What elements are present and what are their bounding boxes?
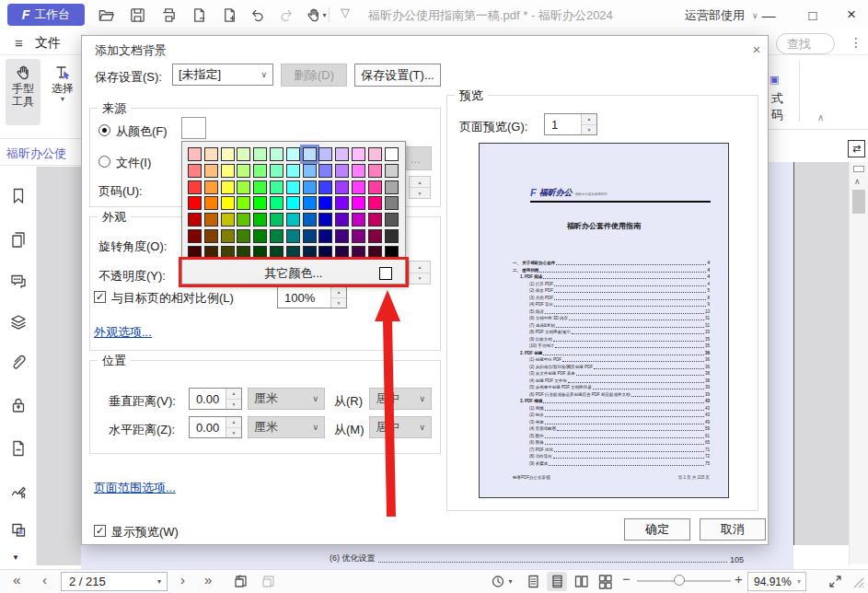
color-swatch[interactable] — [368, 213, 382, 227]
color-swatch[interactable] — [270, 147, 284, 161]
spin-up-icon[interactable]: ▲ — [582, 114, 596, 125]
scroll-up-icon[interactable]: ∧ — [854, 177, 861, 186]
zoom-slider-knob[interactable] — [674, 575, 685, 586]
facing-continuous-view-icon[interactable] — [595, 572, 615, 591]
color-swatch[interactable] — [352, 180, 365, 194]
color-swatch[interactable] — [270, 164, 284, 178]
destinations-icon[interactable] — [8, 438, 29, 459]
comments-icon[interactable] — [8, 271, 29, 291]
color-swatch[interactable] — [286, 164, 300, 178]
color-swatch[interactable] — [352, 147, 365, 161]
color-swatch[interactable] — [221, 229, 235, 243]
redo-icon[interactable] — [274, 4, 298, 26]
vertical-distance-input[interactable]: 0.00 ▲▼ — [189, 388, 242, 410]
color-swatch[interactable] — [352, 229, 365, 243]
color-swatch[interactable] — [237, 213, 250, 227]
maximize-button[interactable]: □ — [799, 4, 827, 26]
color-swatch[interactable] — [270, 180, 284, 194]
security-icon[interactable] — [8, 395, 29, 415]
color-swatch[interactable] — [385, 164, 399, 178]
color-swatch[interactable] — [204, 164, 218, 178]
from-color-radio[interactable] — [98, 124, 110, 136]
workspace-button[interactable]: F 工作台 — [7, 4, 85, 26]
color-swatch[interactable] — [221, 180, 235, 194]
color-swatch[interactable] — [188, 229, 202, 243]
color-well[interactable] — [181, 117, 206, 139]
save-settings-button[interactable]: 保存设置(T)... — [354, 64, 441, 87]
color-swatch[interactable] — [368, 196, 382, 210]
color-swatch[interactable] — [237, 196, 250, 210]
hand-tool-button[interactable]: 手型 工具 — [6, 59, 41, 125]
swap-panels-icon[interactable]: ⇄ — [848, 140, 865, 157]
spin-up-icon[interactable]: ▲ — [226, 389, 241, 400]
open-file-icon[interactable] — [94, 4, 118, 26]
cancel-button[interactable]: 取消 — [700, 518, 766, 541]
color-swatch[interactable] — [221, 147, 235, 161]
color-swatch[interactable] — [335, 164, 349, 178]
color-swatch[interactable] — [270, 196, 284, 210]
color-swatch[interactable] — [352, 164, 365, 178]
undo-icon[interactable] — [245, 4, 269, 26]
vertical-scrollbar[interactable]: ∧ — [849, 162, 868, 564]
color-swatch[interactable] — [303, 213, 317, 227]
appearance-options-link[interactable]: 外观选项... — [94, 324, 152, 341]
color-swatch[interactable] — [368, 147, 382, 161]
color-swatch[interactable] — [253, 196, 267, 210]
delete-button[interactable]: 删除(D) — [281, 64, 347, 87]
more-options-icon[interactable]: ⋮ — [850, 35, 862, 50]
spin-down-icon[interactable]: ▼ — [226, 428, 241, 438]
color-swatch[interactable] — [286, 213, 300, 227]
color-swatch[interactable] — [335, 196, 349, 210]
last-page-icon[interactable]: » — [204, 572, 212, 587]
color-swatch[interactable] — [318, 147, 332, 161]
color-swatch[interactable] — [368, 180, 382, 194]
continuous-view-icon[interactable] — [547, 572, 567, 591]
horizontal-distance-input[interactable]: 0.00 ▲▼ — [189, 416, 242, 438]
color-swatch[interactable] — [318, 164, 332, 178]
color-swatch[interactable] — [318, 180, 332, 194]
hand-mode-icon[interactable]: ▾ — [301, 4, 330, 26]
color-swatch[interactable] — [335, 147, 349, 161]
fullscreen-icon[interactable] — [825, 572, 845, 591]
reading-timer-icon[interactable]: ▾ — [488, 572, 515, 591]
first-page-icon[interactable]: « — [13, 572, 20, 587]
color-swatch[interactable] — [303, 164, 317, 178]
account-menu[interactable]: 运营部使用 ∨ — [685, 7, 758, 24]
color-swatch[interactable] — [237, 180, 250, 194]
toolbar-collapse-icon[interactable]: ▽ — [341, 6, 350, 19]
opacity-spinner[interactable]: ▲ ▼ — [409, 261, 431, 285]
color-swatch[interactable] — [188, 196, 202, 210]
save-icon[interactable] — [125, 4, 149, 26]
save-settings-dropdown[interactable]: [未指定] ∨ — [172, 64, 273, 86]
find-input[interactable]: 查找 — [776, 33, 835, 54]
zoom-level-box[interactable]: 94.91% ▾ — [747, 572, 806, 591]
spin-down-icon[interactable]: ▼ — [410, 273, 430, 285]
layers-icon[interactable] — [8, 312, 29, 332]
zoom-in-icon[interactable]: + — [735, 571, 743, 587]
color-swatch[interactable] — [286, 196, 300, 210]
close-button[interactable]: × — [838, 4, 865, 26]
color-swatch[interactable] — [270, 213, 284, 227]
spin-up-icon[interactable]: ▲ — [410, 177, 430, 188]
spin-up-icon[interactable]: ▲ — [226, 417, 241, 428]
color-swatch[interactable] — [303, 180, 317, 194]
select-tool-button[interactable]: 选择 ▾ — [46, 59, 79, 125]
signature-icon[interactable] — [8, 481, 29, 501]
spin-down-icon[interactable]: ▼ — [331, 298, 346, 308]
color-swatch[interactable] — [237, 164, 250, 178]
minimize-button[interactable]: — — [755, 4, 782, 26]
color-swatch[interactable] — [303, 229, 317, 243]
color-swatch[interactable] — [204, 180, 218, 194]
scrollbar-split-handle[interactable] — [853, 166, 864, 172]
color-swatch[interactable] — [368, 164, 382, 178]
spin-up-icon[interactable]: ▲ — [331, 287, 346, 298]
spin-up-icon[interactable]: ▲ — [410, 262, 430, 273]
spin-down-icon[interactable]: ▼ — [410, 188, 430, 198]
color-swatch[interactable] — [385, 213, 399, 227]
duplicate-pages-icon[interactable] — [8, 520, 29, 541]
vertical-unit-dropdown[interactable]: 厘米 ∨ — [248, 388, 325, 410]
facing-view-icon[interactable] — [571, 572, 591, 591]
scrollbar-thumb[interactable] — [852, 190, 865, 214]
color-swatch[interactable] — [204, 229, 218, 243]
color-swatch[interactable] — [303, 147, 317, 161]
